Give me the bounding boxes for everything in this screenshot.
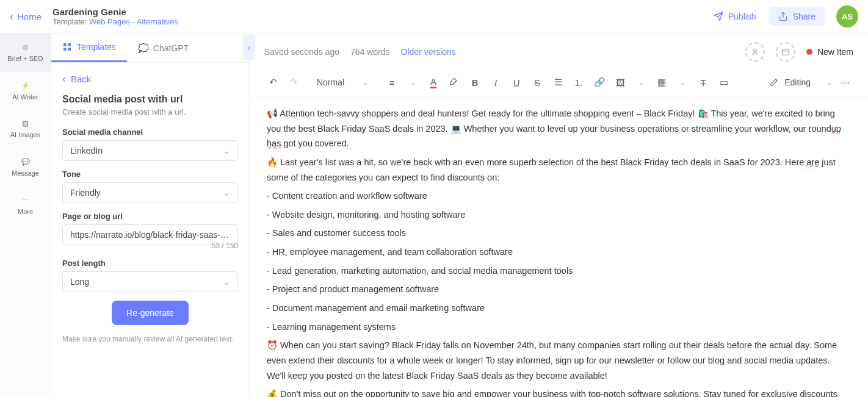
- note-button[interactable]: ▭: [715, 74, 732, 91]
- chatgpt-icon: 💭: [138, 43, 148, 53]
- paragraph[interactable]: 🔥 Last year's list was a hit, so we're b…: [267, 155, 851, 185]
- left-panel: Templates 💭 ChatGPT ‹ ‹ Back Social medi…: [51, 34, 250, 397]
- panel-description: Create social media post with a url.: [62, 107, 238, 116]
- rail-message[interactable]: 💬 Message: [0, 148, 51, 187]
- chat-icon: 💬: [21, 158, 30, 166]
- svg-point-5: [754, 49, 757, 52]
- calendar-icon: [781, 48, 790, 56]
- tone-label: Tone: [62, 170, 238, 179]
- list-item[interactable]: - Sales and customer success tools: [267, 226, 851, 241]
- paragraph[interactable]: 📢 Attention tech-savvy shoppers and deal…: [267, 106, 851, 151]
- list-item[interactable]: - Document management and email marketin…: [267, 301, 851, 316]
- spell-error: are: [806, 157, 819, 167]
- templates-icon: [62, 42, 72, 52]
- image-icon: 🖼: [22, 120, 29, 127]
- number-list-button[interactable]: 1.: [570, 74, 587, 91]
- older-versions-link[interactable]: Older versions: [401, 47, 456, 57]
- underline-button[interactable]: U: [508, 74, 525, 91]
- disclaimer-text: Make sure you manually review all AI gen…: [62, 334, 238, 345]
- bullet-list-button[interactable]: ☰: [549, 74, 566, 91]
- back-button[interactable]: ‹ Back: [62, 73, 238, 85]
- more-icon: ⋯: [22, 196, 29, 204]
- table-button[interactable]: ▦: [653, 74, 670, 91]
- editing-mode-select[interactable]: Editing ⌄: [770, 77, 833, 87]
- rail-ai-images[interactable]: 🖼 AI Images: [0, 110, 51, 148]
- undo-button[interactable]: ↶: [264, 74, 281, 91]
- list-item[interactable]: - HR, employee management, and team coll…: [267, 245, 851, 260]
- channel-select[interactable]: LinkedIn ⌄: [62, 140, 238, 161]
- clear-format-button[interactable]: T: [695, 74, 712, 91]
- rail-more[interactable]: ⋯ More: [0, 187, 51, 225]
- chevron-down-icon: ⌄: [223, 146, 230, 156]
- svg-rect-4: [68, 48, 71, 51]
- template-link[interactable]: Web Pages - Alternatives: [89, 17, 178, 26]
- rail-brief-seo[interactable]: ◎ Brief + SEO: [0, 34, 51, 72]
- more-menu-button[interactable]: ⋯: [836, 74, 853, 91]
- highlight-button[interactable]: [446, 74, 463, 91]
- paragraph[interactable]: 💰 Don't miss out on the opportunity to s…: [267, 387, 851, 397]
- list-item[interactable]: - Learning management systems: [267, 320, 851, 335]
- length-label: Post length: [62, 259, 238, 268]
- image-button[interactable]: 🖼: [612, 74, 629, 91]
- editor-content[interactable]: 📢 Attention tech-savvy shoppers and deal…: [250, 98, 868, 397]
- align-chevron-icon[interactable]: ⌄: [404, 74, 421, 91]
- bold-button[interactable]: B: [466, 74, 483, 91]
- align-button[interactable]: ≡: [383, 74, 400, 91]
- list-item[interactable]: - Project and product management softwar…: [267, 282, 851, 297]
- editor-toolbar: ↶ ↷ Normal ⌄ ≡ ⌄ A B I U S ☰ 1. 🔗 🖼 ⌄ ▦ …: [250, 70, 868, 98]
- tab-chatgpt[interactable]: 💭 ChatGPT: [127, 34, 200, 62]
- svg-rect-1: [63, 43, 67, 46]
- svg-rect-2: [68, 43, 71, 46]
- editor-area: Saved seconds ago 764 words Older versio…: [250, 34, 868, 397]
- text-color-button[interactable]: A: [425, 74, 442, 91]
- project-title: Gardening Genie: [52, 7, 178, 17]
- share-button[interactable]: Share: [769, 7, 825, 26]
- home-link[interactable]: ‹ Home: [10, 10, 42, 23]
- word-count: 764 words: [350, 47, 390, 57]
- collapse-panel-button[interactable]: ‹: [243, 35, 255, 60]
- list-item[interactable]: - Lead generation, marketing automation,…: [267, 263, 851, 279]
- title-block: Gardening Genie Template: Web Pages - Al…: [52, 7, 178, 26]
- channel-label: Social media channel: [62, 127, 238, 137]
- publish-button[interactable]: Publish: [714, 12, 756, 21]
- share-icon: [778, 12, 788, 21]
- home-label: Home: [17, 12, 42, 22]
- url-label: Page or blog url: [62, 212, 238, 221]
- person-icon: [751, 48, 759, 56]
- highlight-icon: [449, 77, 459, 87]
- status-dot-icon: [806, 49, 812, 55]
- side-rail: ◎ Brief + SEO ⚡ AI Writer 🖼 AI Images 💬 …: [0, 34, 51, 397]
- add-date-button[interactable]: [776, 42, 795, 62]
- template-subtitle: Template: Web Pages - Alternatives: [52, 17, 178, 26]
- target-icon: ◎: [23, 43, 29, 51]
- add-assignee-button[interactable]: [745, 42, 765, 62]
- strike-button[interactable]: S: [529, 74, 546, 91]
- table-chevron-icon[interactable]: ⌄: [674, 74, 691, 91]
- format-select[interactable]: Normal ⌄: [311, 75, 375, 90]
- rail-ai-writer[interactable]: ⚡ AI Writer: [0, 72, 51, 110]
- saved-status: Saved seconds ago: [264, 47, 339, 57]
- svg-rect-3: [63, 48, 67, 51]
- list-item[interactable]: - Content creation and workflow software: [267, 188, 851, 204]
- chevron-down-icon: ⌄: [363, 78, 369, 87]
- chevron-left-icon: ‹: [62, 73, 66, 85]
- chevron-down-icon: ⌄: [826, 78, 833, 87]
- length-select[interactable]: Long ⌄: [62, 271, 238, 292]
- chevron-left-icon: ‹: [10, 10, 13, 23]
- tone-select[interactable]: Friendly ⌄: [62, 182, 238, 203]
- link-button[interactable]: 🔗: [591, 74, 608, 91]
- pencil-icon: [770, 78, 778, 87]
- panel-title: Social media post with url: [62, 94, 238, 105]
- svg-rect-6: [783, 49, 789, 55]
- tab-templates[interactable]: Templates: [51, 34, 127, 62]
- italic-button[interactable]: I: [487, 74, 504, 91]
- publish-icon: [714, 12, 723, 21]
- image-chevron-icon[interactable]: ⌄: [632, 74, 649, 91]
- status-badge[interactable]: New Item: [806, 47, 853, 57]
- paragraph[interactable]: ⏰ When can you start saving? Black Frida…: [267, 338, 851, 383]
- bolt-icon: ⚡: [21, 82, 30, 90]
- redo-button[interactable]: ↷: [285, 74, 302, 91]
- user-avatar[interactable]: AS: [836, 5, 858, 27]
- regenerate-button[interactable]: Re-generate: [112, 301, 189, 325]
- list-item[interactable]: - Website design, monitoring, and hostin…: [267, 207, 851, 223]
